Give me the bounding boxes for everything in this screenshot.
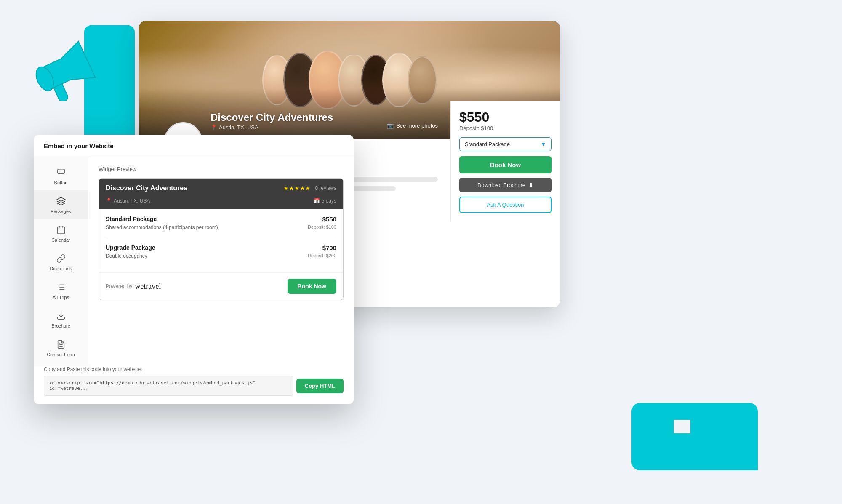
code-section: Copy and Paste this code into your websi…: [34, 366, 354, 404]
sidebar-item-direct-link[interactable]: Direct Link: [34, 248, 88, 276]
sidebar-label-packages: Packages: [51, 209, 71, 214]
widget-card-header: Discover City Adventures ★★★★★ 0 reviews: [99, 179, 343, 198]
widget-days: 📅 5 days: [314, 198, 336, 204]
price-panel: $550 Deposit: $100 Standard Package ▼ Bo…: [450, 101, 560, 221]
embed-code-input[interactable]: <div><script src="https://demo.cdn.wetra…: [44, 376, 293, 396]
download-brochure-button[interactable]: Download Brochure ⬇: [459, 178, 552, 192]
widget-footer: Powered by wetravel Book Now: [99, 272, 343, 300]
standard-pkg-desc: Shared accommodations (4 participants pe…: [106, 224, 218, 230]
megaphone-icon: [34, 34, 101, 103]
svg-rect-18: [674, 420, 690, 433]
sidebar-label-calendar: Calendar: [51, 237, 70, 243]
modal-body: Button Packages Calendar: [34, 157, 354, 366]
list-icon: [55, 281, 67, 293]
sidebar-item-all-trips[interactable]: All Trips: [34, 276, 88, 305]
widget-package-standard: Standard Package $550 Shared accommodati…: [106, 216, 336, 237]
sidebar-item-calendar[interactable]: Calendar: [34, 219, 88, 248]
svg-rect-2: [57, 169, 64, 174]
sidebar-label-all-trips: All Trips: [53, 295, 69, 300]
calendar-icon: [55, 224, 67, 236]
upgrade-pkg-deposit: Deposit: $200: [308, 253, 336, 259]
modal-header: Embed in your Website: [34, 135, 354, 157]
widget-package-upgrade: Upgrade Package $700 Double occupancy De…: [106, 244, 336, 266]
sidebar-label-brochure: Brochure: [51, 323, 70, 328]
widget-trip-name: Discover City Adventures: [106, 184, 187, 192]
copy-html-button[interactable]: Copy HTML: [296, 379, 344, 393]
cursor-icon: [55, 167, 67, 179]
widget-book-now-button[interactable]: Book Now: [288, 279, 336, 294]
upgrade-pkg-desc: Double occupancy: [106, 253, 147, 259]
standard-pkg-price: $550: [322, 216, 336, 223]
wetravel-brand: wetravel: [135, 282, 161, 291]
modal-main-content: Widget Preview Discover City Adventures …: [88, 157, 354, 366]
price-deposit: Deposit: $100: [459, 125, 552, 131]
see-photos-button[interactable]: 📷 See more photos: [387, 123, 438, 129]
box-icon: [55, 195, 67, 207]
chain-link-icon: [657, 401, 707, 453]
modal-sidebar: Button Packages Calendar: [34, 157, 88, 366]
brochure-icon: [55, 310, 67, 322]
widget-packages: Standard Package $550 Shared accommodati…: [99, 209, 343, 272]
embed-modal: Embed in your Website Button: [34, 135, 354, 404]
widget-card-meta: 📍 Austin, TX, USA 📅 5 days: [99, 198, 343, 209]
sidebar-item-button[interactable]: Button: [34, 162, 88, 190]
sidebar-label-button: Button: [54, 180, 68, 185]
modal-title: Embed in your Website: [44, 142, 114, 149]
standard-pkg-name: Standard Package: [106, 216, 157, 223]
price-amount: $550: [459, 109, 552, 125]
upgrade-pkg-price: $700: [322, 244, 336, 251]
code-label: Copy and Paste this code into your websi…: [44, 366, 344, 372]
package-dropdown[interactable]: Standard Package ▼: [459, 137, 552, 151]
sidebar-item-packages[interactable]: Packages: [34, 190, 88, 219]
hero-trip-title: Discover City Adventures: [210, 112, 333, 123]
svg-rect-3: [57, 227, 64, 234]
link-icon: [55, 253, 67, 264]
code-row: <div><script src="https://demo.cdn.wetra…: [44, 376, 344, 396]
sidebar-item-brochure[interactable]: Brochure: [34, 305, 88, 333]
widget-preview-label: Widget Preview: [99, 166, 344, 172]
book-now-button[interactable]: Book Now: [459, 156, 552, 173]
hero-location: 📍 Austin, TX, USA: [210, 124, 333, 131]
upgrade-pkg-name: Upgrade Package: [106, 244, 155, 251]
sidebar-label-contact-form: Contact Form: [47, 352, 75, 357]
hero-title-area: Discover City Adventures 📍 Austin, TX, U…: [210, 112, 333, 131]
form-icon: [55, 339, 67, 350]
powered-by: Powered by wetravel: [106, 282, 161, 291]
widget-preview-card: Discover City Adventures ★★★★★ 0 reviews…: [99, 178, 344, 300]
standard-pkg-deposit: Deposit: $100: [308, 224, 336, 230]
ask-question-button[interactable]: Ask A Question: [459, 197, 552, 213]
sidebar-label-direct-link: Direct Link: [50, 266, 72, 271]
widget-location: 📍 Austin, TX, USA: [106, 198, 150, 204]
sidebar-item-contact-form[interactable]: Contact Form: [34, 333, 88, 362]
widget-reviews: 0 reviews: [315, 185, 336, 191]
widget-stars: ★★★★★ 0 reviews: [283, 185, 336, 192]
